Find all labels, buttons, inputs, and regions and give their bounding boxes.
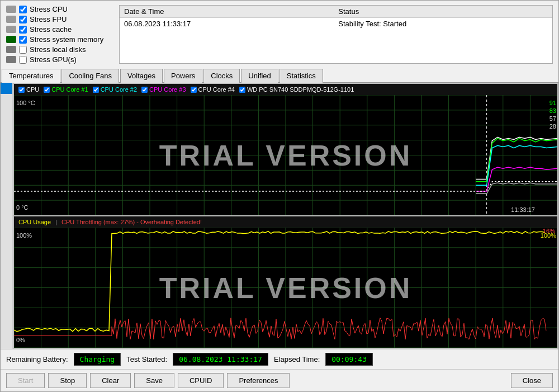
stress-icon-fpu bbox=[6, 16, 16, 23]
usage-right-bottom: 16% bbox=[543, 228, 555, 234]
stress-icon-gpu bbox=[6, 56, 16, 64]
cpu-usage-label: CPU Usage bbox=[18, 219, 51, 225]
stress-checkbox-cache[interactable] bbox=[19, 26, 27, 34]
legend-label: WD PC SN740 SDDPMQD-512G-1101 bbox=[247, 86, 354, 93]
usage-right-values: 100% 16% bbox=[541, 232, 556, 239]
preferences-button[interactable]: Preferences bbox=[227, 373, 290, 388]
stress-item-cache: Stress cache bbox=[6, 25, 112, 34]
tab-unified[interactable]: Unified bbox=[241, 69, 278, 83]
temp-right-values: 91835728 bbox=[549, 100, 556, 130]
temperature-chart: CPUCPU Core #1CPU Core #2CPU Core #3CPU … bbox=[14, 84, 557, 215]
log-status: Stability Test: Started bbox=[334, 18, 552, 30]
legend-checkbox[interactable] bbox=[18, 87, 25, 93]
legend-label: CPU Core #3 bbox=[149, 86, 186, 93]
log-header-datetime: Date & Time bbox=[120, 6, 334, 18]
stress-label-fpu: Stress FPU bbox=[30, 15, 67, 23]
close-button[interactable]: Close bbox=[511, 373, 553, 388]
start-button[interactable]: Start bbox=[6, 373, 45, 388]
tab-statistics[interactable]: Statistics bbox=[280, 69, 323, 83]
svg-rect-0 bbox=[6, 6, 16, 13]
stress-icon-cache bbox=[6, 26, 16, 34]
stress-item-disks: Stress local disks bbox=[6, 45, 112, 54]
save-button[interactable]: Save bbox=[134, 373, 174, 388]
tab-temperatures[interactable]: Temperatures bbox=[2, 69, 60, 83]
tab-voltages[interactable]: Voltages bbox=[120, 69, 163, 83]
sidebar-indicator bbox=[1, 83, 12, 94]
log-row: 06.08.2023 11:33:17Stability Test: Start… bbox=[120, 18, 552, 30]
tab-content: CPUCPU Core #1CPU Core #2CPU Core #3CPU … bbox=[1, 83, 558, 349]
legend-checkbox[interactable] bbox=[44, 87, 50, 93]
temp-legend-item: CPU Core #2 bbox=[93, 86, 137, 93]
temp-legend-item: CPU Core #3 bbox=[141, 86, 186, 93]
usage-chart-inner: TRIAL VERSION 100% 0% 100% 16% bbox=[14, 228, 557, 348]
clear-button[interactable]: Clear bbox=[90, 373, 131, 388]
battery-value: Charging bbox=[74, 353, 121, 366]
stress-item-cpu: Stress CPU bbox=[6, 5, 112, 13]
tab-powers[interactable]: Powers bbox=[164, 69, 202, 83]
stress-checkbox-memory[interactable] bbox=[19, 36, 27, 44]
temp-chart-inner: TRIAL VERSION 100 °C 0 °C 11:33:17 91835… bbox=[14, 95, 557, 215]
elapsed-value: 00:09:43 bbox=[325, 353, 373, 366]
stress-item-fpu: Stress FPU bbox=[6, 15, 112, 23]
usage-separator: | bbox=[55, 219, 57, 225]
temp-legend-item: CPU Core #1 bbox=[44, 86, 88, 93]
temp-right-value: 91 bbox=[549, 100, 556, 106]
temp-right-value: 28 bbox=[549, 123, 556, 130]
legend-checkbox[interactable] bbox=[239, 87, 245, 93]
temp-y-bottom: 0 °C bbox=[16, 204, 29, 211]
temp-legend-item: CPU bbox=[18, 86, 39, 93]
temp-legend: CPUCPU Core #1CPU Core #2CPU Core #3CPU … bbox=[14, 84, 557, 95]
log-datetime: 06.08.2023 11:33:17 bbox=[120, 18, 334, 30]
legend-label: CPU Core #4 bbox=[198, 86, 235, 93]
stress-label-disks: Stress local disks bbox=[30, 45, 86, 54]
usage-legend: CPU Usage | CPU Throttling (max: 27%) - … bbox=[14, 216, 557, 228]
stress-checkbox-fpu[interactable] bbox=[19, 16, 27, 23]
stress-label-gpu: Stress GPU(s) bbox=[30, 55, 77, 64]
usage-y-bottom: 0% bbox=[16, 337, 25, 343]
stress-label-cpu: Stress CPU bbox=[30, 5, 68, 13]
stop-button[interactable]: Stop bbox=[48, 373, 87, 388]
stress-checkbox-disks[interactable] bbox=[19, 46, 27, 54]
charts-area: CPUCPU Core #1CPU Core #2CPU Core #3CPU … bbox=[13, 83, 558, 349]
legend-label: CPU Core #2 bbox=[101, 86, 137, 93]
temp-canvas bbox=[14, 95, 557, 215]
svg-rect-5 bbox=[6, 56, 16, 63]
svg-rect-3 bbox=[6, 36, 16, 43]
stress-options: Stress CPUStress FPUStress cacheStress s… bbox=[6, 5, 112, 64]
stress-item-memory: Stress system memory bbox=[6, 35, 112, 44]
legend-label: CPU bbox=[26, 86, 39, 93]
temp-right-value: 57 bbox=[549, 115, 556, 122]
svg-rect-4 bbox=[6, 46, 16, 53]
tab-clocks[interactable]: Clocks bbox=[203, 69, 240, 83]
temp-legend-item: CPU Core #4 bbox=[191, 86, 235, 93]
stress-label-cache: Stress cache bbox=[30, 25, 72, 34]
tabs-section: TemperaturesCooling FansVoltagesPowersCl… bbox=[1, 68, 558, 349]
temp-legend-item: WD PC SN740 SDDPMQD-512G-1101 bbox=[239, 86, 354, 93]
status-bar: Remaining Battery: Charging Test Started… bbox=[1, 349, 558, 369]
stress-icon-memory bbox=[6, 36, 16, 44]
temp-right-value: 83 bbox=[549, 107, 556, 114]
legend-checkbox[interactable] bbox=[93, 87, 99, 93]
battery-label: Remaining Battery: bbox=[6, 355, 68, 363]
legend-label: CPU Core #1 bbox=[51, 86, 88, 93]
temp-y-top: 100 °C bbox=[16, 100, 35, 106]
usage-y-top: 100% bbox=[16, 232, 32, 239]
stress-checkbox-gpu[interactable] bbox=[19, 56, 27, 64]
stress-icon-disks bbox=[6, 46, 16, 54]
sidebar-scroll bbox=[1, 83, 13, 349]
legend-checkbox[interactable] bbox=[191, 87, 197, 93]
stress-item-gpu: Stress GPU(s) bbox=[6, 55, 112, 64]
test-started-value: 06.08.2023 11:33:17 bbox=[173, 353, 268, 366]
top-section: Stress CPUStress FPUStress cacheStress s… bbox=[1, 1, 558, 68]
legend-checkbox[interactable] bbox=[141, 87, 148, 93]
elapsed-label: Elapsed Time: bbox=[274, 355, 320, 363]
stress-checkbox-cpu[interactable] bbox=[19, 6, 27, 13]
cpuid-button[interactable]: CPUID bbox=[178, 373, 224, 388]
usage-canvas bbox=[14, 228, 557, 348]
log-area: Date & Time Status 06.08.2023 11:33:17St… bbox=[119, 5, 553, 64]
stress-icon-cpu bbox=[6, 6, 16, 13]
bottom-bar: Start Stop Clear Save CPUID Preferences … bbox=[1, 369, 558, 391]
tab-cooling-fans[interactable]: Cooling Fans bbox=[61, 69, 119, 83]
usage-chart: CPU Usage | CPU Throttling (max: 27%) - … bbox=[14, 216, 557, 348]
temp-timestamp: 11:33:17 bbox=[511, 206, 535, 213]
